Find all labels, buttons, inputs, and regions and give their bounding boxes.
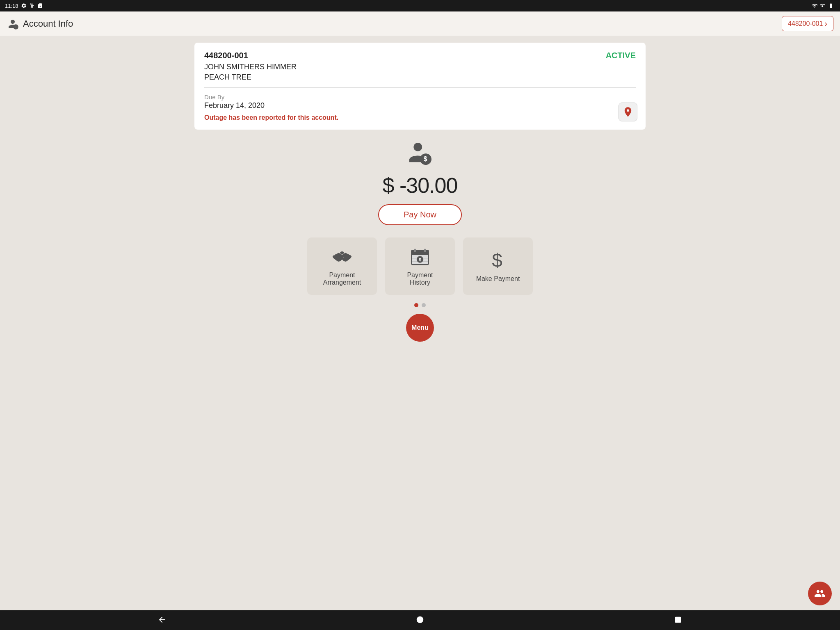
contacts-icon	[814, 588, 826, 599]
account-card: 448200-001 ACTIVE JOHN SMITHERS HIMMER P…	[194, 43, 646, 130]
account-location: PEACH TREE	[204, 73, 636, 82]
action-buttons: PaymentArrangement $	[307, 237, 533, 295]
svg-point-6	[340, 251, 344, 254]
payment-history-button[interactable]: $ PaymentHistory	[385, 237, 455, 295]
account-status: ACTIVE	[606, 51, 636, 60]
handshake-icon	[331, 246, 353, 267]
status-bar: 11:18	[0, 0, 840, 11]
pagination-dot-2	[422, 303, 426, 307]
battery-icon	[827, 3, 835, 9]
svg-rect-10	[411, 250, 429, 255]
android-home-button[interactable]	[415, 615, 425, 625]
payment-history-label: PaymentHistory	[407, 272, 433, 286]
account-selector-button[interactable]: 448200-001 ›	[782, 16, 833, 31]
fab-contacts-button[interactable]	[808, 582, 832, 605]
nav-bar: i Account Info 448200-001 ›	[0, 11, 840, 36]
due-label: Due By	[204, 94, 636, 100]
status-bar-left: 11:18	[5, 3, 43, 9]
accessibility-icon	[29, 3, 35, 9]
signal-icon	[819, 3, 825, 9]
card-divider	[204, 87, 636, 88]
recents-icon	[673, 615, 682, 624]
pay-now-button[interactable]: Pay Now	[378, 204, 462, 225]
outage-map-button[interactable]	[619, 103, 637, 121]
svg-text:$: $	[424, 155, 427, 162]
due-date: February 14, 2020	[204, 101, 636, 110]
status-bar-right	[811, 3, 835, 9]
page-title: Account Info	[23, 18, 73, 29]
outage-message: Outage has been reported for this accoun…	[204, 114, 636, 121]
svg-text:$: $	[492, 250, 502, 271]
android-recents-button[interactable]	[673, 615, 682, 625]
balance-amount: $ -30.00	[383, 173, 458, 198]
nav-bar-left: i Account Info	[7, 18, 73, 30]
back-icon	[158, 615, 167, 624]
status-time: 11:18	[5, 3, 18, 9]
make-payment-button[interactable]: $ Make Payment	[463, 237, 533, 295]
account-card-header: 448200-001 ACTIVE	[204, 51, 636, 60]
person-dollar-icon: $	[406, 139, 434, 168]
calendar-dollar-icon: $	[409, 246, 431, 267]
map-pin-icon	[622, 106, 634, 118]
android-nav-bar	[0, 610, 840, 630]
home-icon	[415, 615, 425, 624]
account-name: JOHN SMITHERS HIMMER	[204, 63, 636, 71]
svg-point-19	[417, 616, 424, 623]
balance-icon: $	[406, 139, 434, 170]
svg-text:i: i	[14, 25, 15, 29]
svg-text:$: $	[419, 257, 421, 262]
svg-rect-12	[424, 249, 426, 252]
pagination-dots	[414, 303, 426, 307]
pagination-dot-1	[414, 303, 418, 307]
svg-point-3	[413, 143, 422, 151]
svg-rect-11	[414, 249, 416, 252]
account-selector-label: 448200-001	[788, 20, 823, 27]
android-back-button[interactable]	[158, 615, 167, 625]
settings-icon	[21, 3, 27, 9]
make-payment-label: Make Payment	[476, 275, 520, 283]
payment-arrangement-label: PaymentArrangement	[323, 272, 361, 286]
main-content: 448200-001 ACTIVE JOHN SMITHERS HIMMER P…	[0, 36, 840, 610]
account-icon: i	[7, 18, 19, 30]
account-number: 448200-001	[204, 51, 248, 60]
chevron-right-icon: ›	[824, 19, 827, 28]
svg-point-0	[31, 3, 32, 4]
dollar-sign-icon: $	[487, 250, 509, 271]
svg-point-1	[13, 24, 18, 30]
svg-rect-20	[675, 616, 681, 623]
balance-section: $ $ -30.00 Pay Now	[378, 139, 462, 225]
menu-button[interactable]: Menu	[406, 314, 434, 342]
payment-arrangement-button[interactable]: PaymentArrangement	[307, 237, 377, 295]
wifi-icon	[811, 3, 818, 9]
sim-icon	[37, 3, 43, 9]
